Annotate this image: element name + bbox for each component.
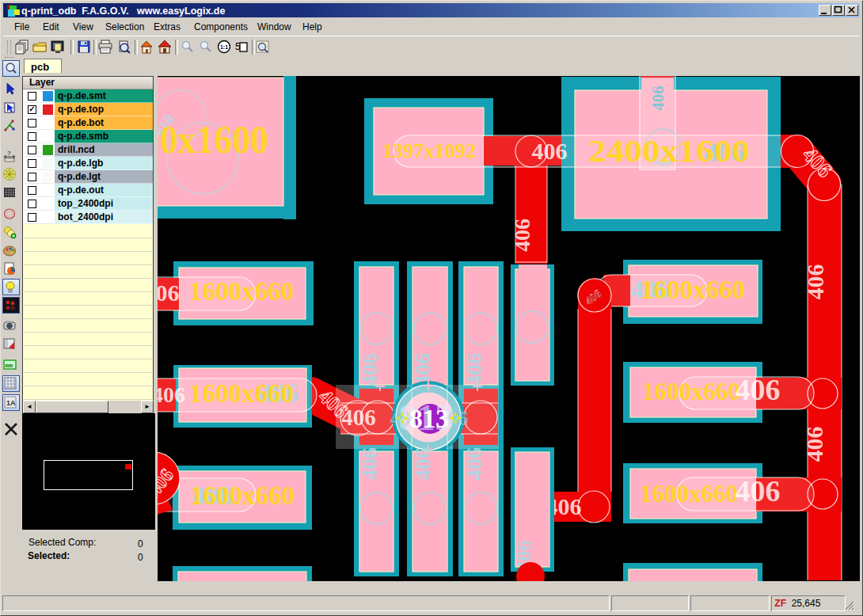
svg-text:406: 406 bbox=[736, 373, 781, 406]
svg-text:2400x1600: 2400x1600 bbox=[588, 132, 750, 169]
svg-text:1600x660: 1600x660 bbox=[189, 277, 294, 306]
svg-text:1A: 1A bbox=[6, 399, 16, 407]
svg-text:406: 406 bbox=[341, 405, 376, 430]
svg-text:406: 406 bbox=[802, 264, 828, 300]
svg-text:2400x1600: 2400x1600 bbox=[158, 117, 268, 162]
svg-text:1397x1092: 1397x1092 bbox=[382, 139, 476, 162]
svg-text:?: ? bbox=[7, 150, 11, 157]
svg-text:1600x660: 1600x660 bbox=[640, 480, 738, 508]
svg-text:406: 406 bbox=[736, 474, 781, 508]
svg-text:406: 406 bbox=[801, 427, 827, 462]
svg-text:1600x660: 1600x660 bbox=[642, 378, 740, 405]
svg-text:mm: mm bbox=[6, 362, 13, 369]
svg-text:406: 406 bbox=[462, 447, 486, 481]
svg-text:406: 406 bbox=[532, 138, 568, 164]
svg-text:1600x660: 1600x660 bbox=[190, 481, 295, 510]
svg-text:406: 406 bbox=[510, 219, 534, 252]
svg-text:406: 406 bbox=[357, 353, 382, 386]
svg-text:406: 406 bbox=[462, 353, 486, 386]
svg-text:1600x660: 1600x660 bbox=[189, 379, 294, 408]
svg-text:406: 406 bbox=[158, 279, 180, 306]
svg-text:1:1: 1:1 bbox=[220, 44, 228, 50]
svg-text:813: 813 bbox=[409, 405, 449, 433]
svg-text:406: 406 bbox=[410, 447, 435, 481]
svg-text:406: 406 bbox=[648, 86, 667, 111]
svg-text:406: 406 bbox=[357, 447, 382, 481]
svg-text:406: 406 bbox=[158, 382, 185, 407]
svg-text:1600x660: 1600x660 bbox=[641, 276, 745, 304]
